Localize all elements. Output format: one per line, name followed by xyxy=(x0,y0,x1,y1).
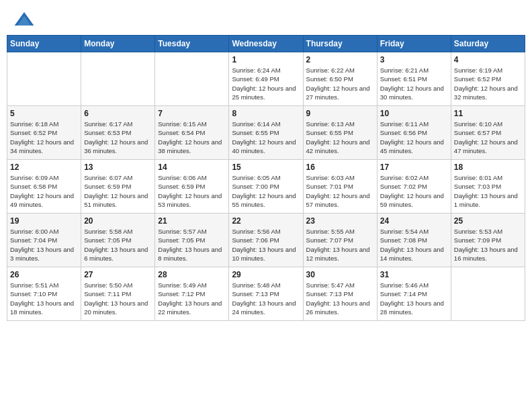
day-number: 2 xyxy=(306,55,374,64)
calendar-header-row: SundayMondayTuesdayWednesdayThursdayFrid… xyxy=(7,36,525,52)
day-info: Sunrise: 6:02 AMSunset: 7:02 PMDaylight:… xyxy=(380,173,448,209)
day-info: Sunrise: 5:48 AMSunset: 7:13 PMDaylight:… xyxy=(232,281,300,316)
calendar-cell xyxy=(155,52,229,106)
day-info: Sunrise: 5:51 AMSunset: 7:10 PMDaylight:… xyxy=(10,281,78,316)
day-number: 31 xyxy=(380,270,448,279)
day-header-wednesday: Wednesday xyxy=(229,36,303,52)
day-info: Sunrise: 6:01 AMSunset: 7:03 PMDaylight:… xyxy=(454,173,522,209)
day-info: Sunrise: 6:22 AMSunset: 6:50 PMDaylight:… xyxy=(306,66,374,101)
day-number: 6 xyxy=(84,109,152,118)
calendar-week-row: 5Sunrise: 6:18 AMSunset: 6:52 PMDaylight… xyxy=(7,106,525,160)
day-number: 22 xyxy=(232,216,300,226)
day-header-saturday: Saturday xyxy=(451,36,525,52)
day-info: Sunrise: 6:24 AMSunset: 6:49 PMDaylight:… xyxy=(232,66,300,101)
calendar-cell: 14Sunrise: 6:06 AMSunset: 6:59 PMDayligh… xyxy=(155,160,229,214)
logo xyxy=(13,9,38,31)
calendar-cell: 23Sunrise: 5:55 AMSunset: 7:07 PMDayligh… xyxy=(303,214,377,267)
day-info: Sunrise: 6:18 AMSunset: 6:52 PMDaylight:… xyxy=(10,120,78,155)
day-number: 9 xyxy=(306,109,374,118)
logo-icon xyxy=(13,9,35,31)
calendar-cell: 17Sunrise: 6:02 AMSunset: 7:02 PMDayligh… xyxy=(377,160,451,214)
day-number: 13 xyxy=(84,163,152,172)
day-number: 23 xyxy=(306,216,374,226)
calendar-cell: 11Sunrise: 6:10 AMSunset: 6:57 PMDayligh… xyxy=(451,106,525,160)
day-info: Sunrise: 6:07 AMSunset: 6:59 PMDaylight:… xyxy=(84,173,152,209)
day-info: Sunrise: 5:57 AMSunset: 7:05 PMDaylight:… xyxy=(158,227,226,263)
day-number: 26 xyxy=(10,270,78,279)
day-info: Sunrise: 5:47 AMSunset: 7:13 PMDaylight:… xyxy=(306,281,374,316)
day-info: Sunrise: 6:09 AMSunset: 6:58 PMDaylight:… xyxy=(10,173,78,209)
calendar-cell: 4Sunrise: 6:19 AMSunset: 6:52 PMDaylight… xyxy=(451,52,525,106)
day-info: Sunrise: 6:05 AMSunset: 7:00 PMDaylight:… xyxy=(232,173,300,209)
day-info: Sunrise: 5:54 AMSunset: 7:08 PMDaylight:… xyxy=(380,227,448,263)
day-info: Sunrise: 6:15 AMSunset: 6:54 PMDaylight:… xyxy=(158,120,226,155)
calendar-week-row: 26Sunrise: 5:51 AMSunset: 7:10 PMDayligh… xyxy=(7,267,525,321)
calendar-cell: 13Sunrise: 6:07 AMSunset: 6:59 PMDayligh… xyxy=(81,160,155,214)
day-header-friday: Friday xyxy=(377,36,451,52)
calendar-cell: 24Sunrise: 5:54 AMSunset: 7:08 PMDayligh… xyxy=(377,214,451,267)
calendar-cell: 27Sunrise: 5:50 AMSunset: 7:11 PMDayligh… xyxy=(81,267,155,321)
calendar-table: SundayMondayTuesdayWednesdayThursdayFrid… xyxy=(7,35,525,321)
calendar-cell: 20Sunrise: 5:58 AMSunset: 7:05 PMDayligh… xyxy=(81,214,155,267)
day-header-sunday: Sunday xyxy=(7,36,81,52)
day-number: 21 xyxy=(158,216,226,226)
calendar-week-row: 1Sunrise: 6:24 AMSunset: 6:49 PMDaylight… xyxy=(7,52,525,106)
day-number: 14 xyxy=(158,163,226,172)
calendar-cell: 28Sunrise: 5:49 AMSunset: 7:12 PMDayligh… xyxy=(155,267,229,321)
day-number: 16 xyxy=(306,163,374,172)
day-number: 15 xyxy=(232,163,300,172)
calendar-cell: 5Sunrise: 6:18 AMSunset: 6:52 PMDaylight… xyxy=(7,106,81,160)
calendar-cell: 15Sunrise: 6:05 AMSunset: 7:00 PMDayligh… xyxy=(229,160,303,214)
calendar-cell: 25Sunrise: 5:53 AMSunset: 7:09 PMDayligh… xyxy=(451,214,525,267)
calendar-cell: 30Sunrise: 5:47 AMSunset: 7:13 PMDayligh… xyxy=(303,267,377,321)
calendar-cell: 2Sunrise: 6:22 AMSunset: 6:50 PMDaylight… xyxy=(303,52,377,106)
day-number: 11 xyxy=(454,109,522,118)
calendar-cell: 1Sunrise: 6:24 AMSunset: 6:49 PMDaylight… xyxy=(229,52,303,106)
day-number: 30 xyxy=(306,270,374,279)
day-header-thursday: Thursday xyxy=(303,36,377,52)
day-info: Sunrise: 5:55 AMSunset: 7:07 PMDaylight:… xyxy=(306,227,374,263)
calendar-cell: 6Sunrise: 6:17 AMSunset: 6:53 PMDaylight… xyxy=(81,106,155,160)
day-number: 27 xyxy=(84,270,152,279)
page-header xyxy=(7,7,525,31)
calendar-cell: 29Sunrise: 5:48 AMSunset: 7:13 PMDayligh… xyxy=(229,267,303,321)
day-info: Sunrise: 6:00 AMSunset: 7:04 PMDaylight:… xyxy=(10,227,78,263)
day-number: 7 xyxy=(158,109,226,118)
day-info: Sunrise: 6:10 AMSunset: 6:57 PMDaylight:… xyxy=(454,120,522,155)
day-header-tuesday: Tuesday xyxy=(155,36,229,52)
day-number: 19 xyxy=(10,216,78,226)
calendar-cell: 9Sunrise: 6:13 AMSunset: 6:55 PMDaylight… xyxy=(303,106,377,160)
day-info: Sunrise: 6:17 AMSunset: 6:53 PMDaylight:… xyxy=(84,120,152,155)
day-info: Sunrise: 6:21 AMSunset: 6:51 PMDaylight:… xyxy=(380,66,448,101)
day-info: Sunrise: 5:58 AMSunset: 7:05 PMDaylight:… xyxy=(84,227,152,263)
day-info: Sunrise: 5:50 AMSunset: 7:11 PMDaylight:… xyxy=(84,281,152,316)
day-info: Sunrise: 6:13 AMSunset: 6:55 PMDaylight:… xyxy=(306,120,374,155)
day-header-monday: Monday xyxy=(81,36,155,52)
day-number: 28 xyxy=(158,270,226,279)
day-number: 29 xyxy=(232,270,300,279)
calendar-cell: 10Sunrise: 6:11 AMSunset: 6:56 PMDayligh… xyxy=(377,106,451,160)
calendar-cell: 12Sunrise: 6:09 AMSunset: 6:58 PMDayligh… xyxy=(7,160,81,214)
day-number: 12 xyxy=(10,163,78,172)
day-number: 5 xyxy=(10,109,78,118)
day-info: Sunrise: 6:11 AMSunset: 6:56 PMDaylight:… xyxy=(380,120,448,155)
calendar-cell: 16Sunrise: 6:03 AMSunset: 7:01 PMDayligh… xyxy=(303,160,377,214)
day-info: Sunrise: 6:06 AMSunset: 6:59 PMDaylight:… xyxy=(158,173,226,209)
calendar-cell: 8Sunrise: 6:14 AMSunset: 6:55 PMDaylight… xyxy=(229,106,303,160)
calendar-cell: 19Sunrise: 6:00 AMSunset: 7:04 PMDayligh… xyxy=(7,214,81,267)
calendar-cell xyxy=(7,52,81,106)
day-number: 25 xyxy=(454,216,522,226)
day-number: 8 xyxy=(232,109,300,118)
day-number: 24 xyxy=(380,216,448,226)
day-number: 3 xyxy=(380,55,448,64)
calendar-cell: 22Sunrise: 5:56 AMSunset: 7:06 PMDayligh… xyxy=(229,214,303,267)
calendar-cell: 31Sunrise: 5:46 AMSunset: 7:14 PMDayligh… xyxy=(377,267,451,321)
calendar-cell: 18Sunrise: 6:01 AMSunset: 7:03 PMDayligh… xyxy=(451,160,525,214)
day-info: Sunrise: 5:46 AMSunset: 7:14 PMDaylight:… xyxy=(380,281,448,316)
calendar-cell xyxy=(451,267,525,321)
day-info: Sunrise: 5:49 AMSunset: 7:12 PMDaylight:… xyxy=(158,281,226,316)
day-number: 20 xyxy=(84,216,152,226)
day-number: 10 xyxy=(380,109,448,118)
calendar-cell xyxy=(81,52,155,106)
day-info: Sunrise: 6:14 AMSunset: 6:55 PMDaylight:… xyxy=(232,120,300,155)
